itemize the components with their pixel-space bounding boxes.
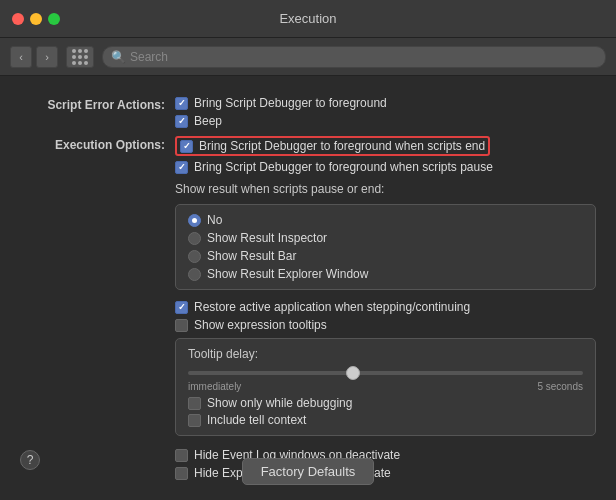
include-tell-label: Include tell context <box>207 413 306 427</box>
foreground-scripts-pause-checkbox[interactable] <box>175 161 188 174</box>
bring-debugger-foreground-row: Bring Script Debugger to foreground <box>175 96 596 110</box>
radio-bar-row[interactable]: Show Result Bar <box>188 249 583 263</box>
radio-explorer-label: Show Result Explorer Window <box>207 267 368 281</box>
beep-row: Beep <box>175 114 596 128</box>
minimize-button[interactable] <box>30 13 42 25</box>
toolbar: ‹ › 🔍 Search <box>0 38 616 76</box>
execution-options-label: Execution Options: <box>20 136 175 152</box>
include-tell-row: Include tell context <box>188 413 583 427</box>
foreground-scripts-pause-label: Bring Script Debugger to foreground when… <box>194 160 493 174</box>
footer: ? Factory Defaults <box>0 458 616 485</box>
nav-buttons: ‹ › <box>10 46 58 68</box>
slider-label-five-seconds: 5 seconds <box>537 381 583 392</box>
beep-checkbox[interactable] <box>175 115 188 128</box>
back-button[interactable]: ‹ <box>10 46 32 68</box>
slider-labels: immediately 5 seconds <box>188 381 583 392</box>
close-button[interactable] <box>12 13 24 25</box>
beep-label: Beep <box>194 114 222 128</box>
content-area: Script Error Actions: Bring Script Debug… <box>0 76 616 500</box>
execution-options-controls: Bring Script Debugger to foreground when… <box>175 136 596 436</box>
execution-options-row: Execution Options: Bring Script Debugger… <box>20 136 596 436</box>
radio-explorer[interactable] <box>188 268 201 281</box>
foreground-scripts-pause-row: Bring Script Debugger to foreground when… <box>175 160 596 174</box>
bring-debugger-foreground-label: Bring Script Debugger to foreground <box>194 96 387 110</box>
traffic-lights <box>12 13 60 25</box>
include-tell-checkbox[interactable] <box>188 414 201 427</box>
slider-thumb[interactable] <box>346 366 360 380</box>
factory-defaults-button[interactable]: Factory Defaults <box>242 458 375 485</box>
slider-label-immediately: immediately <box>188 381 241 392</box>
radio-no-row[interactable]: No <box>188 213 583 227</box>
expression-tooltips-checkbox[interactable] <box>175 319 188 332</box>
radio-bar[interactable] <box>188 250 201 263</box>
show-only-debugging-row: Show only while debugging <box>188 396 583 410</box>
forward-button[interactable]: › <box>36 46 58 68</box>
help-button[interactable]: ? <box>20 450 40 470</box>
expression-tooltips-label: Show expression tooltips <box>194 318 327 332</box>
expression-tooltips-row: Show expression tooltips <box>175 318 596 332</box>
search-placeholder: Search <box>130 50 168 64</box>
tooltip-delay-label: Tooltip delay: <box>188 347 583 361</box>
grid-view-button[interactable] <box>66 46 94 68</box>
window-title: Execution <box>279 11 336 26</box>
script-error-actions-label: Script Error Actions: <box>20 96 175 112</box>
foreground-scripts-end-row: Bring Script Debugger to foreground when… <box>175 136 596 156</box>
slider-track[interactable] <box>188 371 583 375</box>
restore-active-row: Restore active application when stepping… <box>175 300 596 314</box>
highlight-box: Bring Script Debugger to foreground when… <box>175 136 490 156</box>
radio-inspector[interactable] <box>188 232 201 245</box>
restore-active-label: Restore active application when stepping… <box>194 300 470 314</box>
foreground-scripts-end-label: Bring Script Debugger to foreground when… <box>199 139 485 153</box>
radio-inspector-row[interactable]: Show Result Inspector <box>188 231 583 245</box>
title-bar: Execution <box>0 0 616 38</box>
radio-inspector-label: Show Result Inspector <box>207 231 327 245</box>
zoom-button[interactable] <box>48 13 60 25</box>
bring-debugger-foreground-checkbox[interactable] <box>175 97 188 110</box>
show-result-label: Show result when scripts pause or end: <box>175 182 596 196</box>
radio-no[interactable] <box>188 214 201 227</box>
restore-active-checkbox[interactable] <box>175 301 188 314</box>
script-error-actions-row: Script Error Actions: Bring Script Debug… <box>20 96 596 128</box>
tooltip-delay-box: Tooltip delay: immediately 5 seconds Sho… <box>175 338 596 436</box>
tooltip-checks: Show only while debugging Include tell c… <box>188 396 583 427</box>
search-icon: 🔍 <box>111 50 126 64</box>
radio-group: No Show Result Inspector Show Result Bar… <box>175 204 596 290</box>
search-bar[interactable]: 🔍 Search <box>102 46 606 68</box>
radio-bar-label: Show Result Bar <box>207 249 296 263</box>
show-only-debugging-label: Show only while debugging <box>207 396 352 410</box>
slider-container: immediately 5 seconds <box>188 367 583 392</box>
show-only-debugging-checkbox[interactable] <box>188 397 201 410</box>
radio-explorer-row[interactable]: Show Result Explorer Window <box>188 267 583 281</box>
radio-no-label: No <box>207 213 222 227</box>
script-error-actions-controls: Bring Script Debugger to foreground Beep <box>175 96 596 128</box>
foreground-scripts-end-checkbox[interactable] <box>180 140 193 153</box>
